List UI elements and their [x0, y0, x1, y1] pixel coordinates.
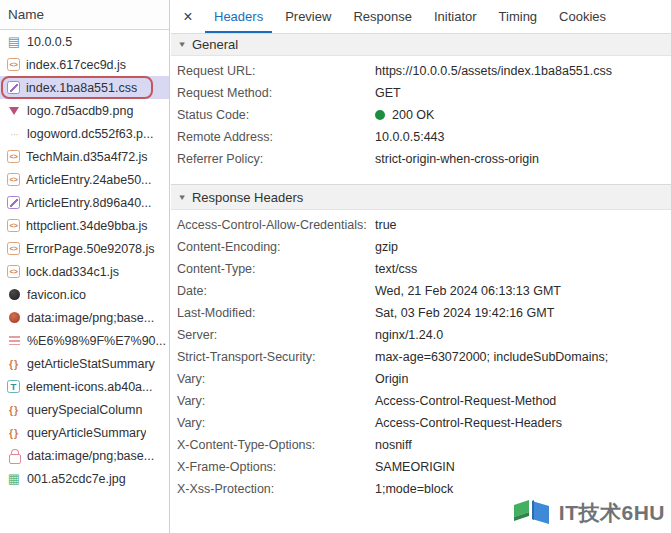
favicon-icon — [7, 288, 21, 302]
request-list-item[interactable]: logo.7d5acdb9.png — [0, 99, 169, 122]
status-code-dot-icon — [375, 110, 385, 120]
tab-headers[interactable]: Headers — [205, 0, 272, 33]
request-list-item[interactable]: favicon.ico — [0, 283, 169, 306]
header-name: Vary: — [177, 390, 375, 412]
section-rows: Access-Control-Allow-Credentials:trueCon… — [171, 210, 671, 502]
header-value: strict-origin-when-cross-origin — [375, 148, 539, 170]
header-row: Last-Modified:Sat, 03 Feb 2024 19:42:16 … — [171, 302, 671, 324]
image-pink-icon — [7, 334, 21, 348]
request-list-item[interactable]: Telement-icons.ab40a... — [0, 375, 169, 398]
header-value: 200 OK — [375, 104, 434, 126]
tab-initiator[interactable]: Initiator — [425, 0, 486, 33]
header-row: Request Method:GET — [171, 82, 671, 104]
section-title: Response Headers — [192, 190, 303, 205]
tab-response[interactable]: Response — [344, 0, 421, 33]
request-list-item[interactable]: ▦001.a52cdc7e.jpg — [0, 467, 169, 490]
request-list-item[interactable]: index.1ba8a551.css — [0, 76, 169, 99]
lock-icon — [7, 449, 21, 463]
request-name: lock.dad334c1.js — [26, 265, 119, 279]
header-name: Content-Encoding: — [177, 236, 375, 258]
request-list-sidebar: Name ▤10.0.0.5<>index.617cec9d.jsindex.1… — [0, 0, 170, 533]
collapse-triangle-icon: ▼ — [177, 40, 186, 49]
header-name: Status Code: — [177, 104, 375, 126]
header-name: Access-Control-Allow-Credentials: — [177, 214, 375, 236]
image-triangle-icon — [7, 104, 21, 118]
header-row: Access-Control-Allow-Credentials:true — [171, 214, 671, 236]
section-header-response-headers[interactable]: ▼Response Headers — [171, 184, 671, 210]
header-name: Last-Modified: — [177, 302, 375, 324]
script-icon: <> — [7, 242, 20, 255]
request-name: ArticleEntry.24abe50... — [26, 173, 152, 187]
section-rows: Request URL:https://10.0.0.5/assets/inde… — [171, 56, 671, 172]
request-list-item[interactable]: {}queryArticleSummary — [0, 421, 169, 444]
header-value: max-age=63072000; includeSubDomains; — [375, 346, 608, 368]
header-name: Strict-Transport-Security: — [177, 346, 375, 368]
request-list-item[interactable]: data:image/png;base... — [0, 444, 169, 467]
close-icon[interactable]: × — [173, 0, 203, 33]
header-name: Server: — [177, 324, 375, 346]
request-name: TechMain.d35a4f72.js — [26, 150, 148, 164]
header-value: nosniff — [375, 434, 412, 456]
request-list-item[interactable]: ···logoword.dc552f63.p... — [0, 122, 169, 145]
request-name: data:image/png;base... — [27, 311, 154, 325]
header-row: Request URL:https://10.0.0.5/assets/inde… — [171, 60, 671, 82]
header-value: https://10.0.0.5/assets/index.1ba8a551.c… — [375, 60, 612, 82]
header-row: Vary:Access-Control-Request-Headers — [171, 412, 671, 434]
header-name: X-Frame-Options: — [177, 456, 375, 478]
section-title: General — [192, 37, 238, 52]
request-list-item[interactable]: {}getArticleStatSummary — [0, 352, 169, 375]
request-name: %E6%98%9F%E7%90... — [27, 334, 166, 348]
details-tabs: HeadersPreviewResponseInitiatorTimingCoo… — [203, 0, 617, 33]
header-row: Vary:Access-Control-Request-Method — [171, 390, 671, 412]
request-list-item[interactable]: <>lock.dad334c1.js — [0, 260, 169, 283]
script-icon: <> — [7, 150, 20, 163]
header-row: Content-Encoding:gzip — [171, 236, 671, 258]
request-list-item[interactable]: <>index.617cec9d.js — [0, 53, 169, 76]
request-list-item[interactable]: ArticleEntry.8d96a40... — [0, 191, 169, 214]
request-list-item[interactable]: {}querySpecialColumn — [0, 398, 169, 421]
header-name: Request Method: — [177, 82, 375, 104]
header-value: true — [375, 214, 397, 236]
header-value: gzip — [375, 236, 398, 258]
request-name: index.617cec9d.js — [26, 58, 126, 72]
header-value: 1;mode=block — [375, 478, 453, 500]
request-list-item[interactable]: <>TechMain.d35a4f72.js — [0, 145, 169, 168]
header-row: Date:Wed, 21 Feb 2024 06:13:13 GMT — [171, 280, 671, 302]
stylesheet-icon — [7, 196, 20, 209]
request-name: favicon.ico — [27, 288, 86, 302]
header-name: Content-Type: — [177, 258, 375, 280]
header-row: X-Content-Type-Options:nosniff — [171, 434, 671, 456]
document-icon: ▤ — [7, 35, 21, 49]
tab-preview[interactable]: Preview — [276, 0, 340, 33]
tab-cookies[interactable]: Cookies — [550, 0, 615, 33]
request-list-column-header[interactable]: Name — [0, 0, 169, 30]
fetch-icon: {} — [7, 426, 21, 440]
request-name: logo.7d5acdb9.png — [27, 104, 133, 118]
header-value: Sat, 03 Feb 2024 19:42:16 GMT — [375, 302, 554, 324]
header-name: Vary: — [177, 368, 375, 390]
request-list-item[interactable]: %E6%98%9F%E7%90... — [0, 329, 169, 352]
script-icon: <> — [7, 265, 20, 278]
header-value: 10.0.0.5:443 — [375, 126, 445, 148]
request-name: element-icons.ab40a... — [26, 380, 152, 394]
tab-timing[interactable]: Timing — [490, 0, 547, 33]
header-name: X-Xss-Protection: — [177, 478, 375, 500]
header-row: X-Frame-Options:SAMEORIGIN — [171, 456, 671, 478]
header-value: Access-Control-Request-Headers — [375, 412, 562, 434]
request-name: ErrorPage.50e92078.js — [26, 242, 155, 256]
section-header-general[interactable]: ▼General — [171, 34, 671, 56]
request-list-item[interactable]: data:image/png;base... — [0, 306, 169, 329]
request-list-item[interactable]: ▤10.0.0.5 — [0, 30, 169, 53]
request-list-item[interactable]: <>ErrorPage.50e92078.js — [0, 237, 169, 260]
script-icon: <> — [7, 219, 20, 232]
header-value: Origin — [375, 368, 408, 390]
header-row: Strict-Transport-Security:max-age=630720… — [171, 346, 671, 368]
request-list-item[interactable]: <>httpclient.34de9bba.js — [0, 214, 169, 237]
collapse-triangle-icon: ▼ — [177, 193, 186, 202]
request-list-item[interactable]: <>ArticleEntry.24abe50... — [0, 168, 169, 191]
header-row: Server:nginx/1.24.0 — [171, 324, 671, 346]
header-value: Access-Control-Request-Method — [375, 390, 556, 412]
font-icon: T — [7, 380, 20, 393]
request-details-panel: × HeadersPreviewResponseInitiatorTimingC… — [171, 0, 671, 533]
header-row: Vary:Origin — [171, 368, 671, 390]
